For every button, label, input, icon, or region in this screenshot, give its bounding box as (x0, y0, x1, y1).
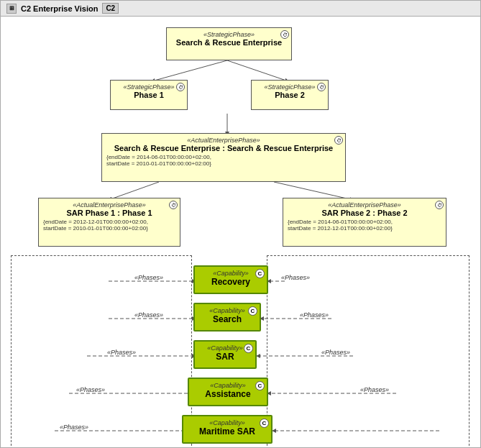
assistance-c-icon: C (255, 381, 265, 390)
sar-c-icon: C (244, 344, 253, 353)
phase1-title: Phase 1 (115, 91, 183, 99)
phase2-box[interactable]: ⏱ «StrategicPhase» Phase 2 (251, 80, 329, 110)
recovery-title: Recovery (201, 277, 261, 287)
sar-phase1-title: SAR Phase 1 : Phase 1 (43, 209, 175, 217)
maritime-sar-stereotype: «Capability» (189, 419, 265, 426)
assistance-box[interactable]: C «Capability» Assistance (188, 378, 268, 406)
recovery-stereotype: «Capability» (201, 270, 261, 277)
sar-phase2-stereotype: «ActualEnterprisePhase» (288, 201, 441, 209)
recovery-c-icon: C (255, 269, 265, 278)
search-stereotype: «Capability» (201, 307, 254, 314)
svg-line-1 (227, 60, 288, 81)
actual-enterprise-attrs: {endDate = 2014-06-01T00:00:00+02:00,sta… (106, 154, 341, 167)
phase1-box[interactable]: ⏱ «StrategicPhase» Phase 1 (110, 80, 188, 110)
sar-phase2-attrs: {endDate = 2014-06-01T00:00:00+02:00,sta… (288, 219, 441, 232)
actual-enterprise-stereotype: «ActualEnterprisePhase» (106, 137, 341, 144)
phases-label-5: «Phases» (107, 349, 136, 356)
diagram-area: ⏱ «StrategicPhase» Search & Rescue Enter… (1, 17, 480, 447)
maritime-sar-title: Maritime SAR (189, 426, 265, 436)
recovery-box[interactable]: C «Capability» Recovery (193, 265, 268, 294)
sar-phase1-attrs: {endDate = 2012-12-01T00:00:00+02:00,sta… (43, 219, 175, 232)
strategic-root-title: Search & Rescue Enterprise (171, 38, 287, 47)
timer-icon-sp1: ⏱ (169, 201, 178, 209)
phase2-stereotype: «StrategicPhase» (256, 83, 324, 91)
window-title: C2 Enterprise Vision (21, 4, 98, 13)
sar-phase2-title: SAR Phase 2 : Phase 2 (288, 209, 441, 217)
phases-label-4: «Phases» (300, 311, 329, 319)
svg-line-0 (152, 60, 227, 81)
phase2-title: Phase 2 (256, 91, 324, 99)
phases-label-3: «Phases» (134, 311, 163, 319)
phases-label-1: «Phases» (134, 274, 163, 281)
maritime-sar-c-icon: C (260, 419, 269, 428)
dashed-left (11, 255, 192, 447)
maritime-sar-box[interactable]: C «Capability» Maritime SAR (182, 415, 272, 444)
sar-phase1-stereotype: «ActualEnterprisePhase» (43, 201, 175, 209)
phases-label-6: «Phases» (321, 349, 350, 356)
timer-icon-ae: ⏱ (334, 136, 343, 145)
actual-enterprise-box[interactable]: ⏱ «ActualEnterprisePhase» Search & Rescu… (101, 133, 346, 182)
phases-label-7: «Phases» (76, 386, 105, 393)
window-badge: C2 (102, 3, 119, 14)
title-bar: ⊞ C2 Enterprise Vision C2 (1, 1, 480, 17)
sar-title: SAR (201, 352, 249, 362)
sar-phase2-box[interactable]: ⏱ «ActualEnterprisePhase» SAR Phase 2 : … (283, 198, 446, 247)
strategic-root-stereotype: «StrategicPhase» (171, 31, 287, 38)
main-window: ⊞ C2 Enterprise Vision C2 (0, 0, 481, 448)
sar-stereotype: «Capability» (201, 344, 249, 352)
search-box[interactable]: C «Capability» Search (193, 303, 261, 332)
search-c-icon: C (248, 306, 257, 316)
sar-box[interactable]: C «Capability» SAR (193, 340, 257, 369)
assistance-title: Assistance (195, 389, 261, 399)
phases-label-8: «Phases» (360, 386, 389, 393)
dashed-right (267, 255, 469, 447)
timer-icon-sp2: ⏱ (435, 201, 444, 209)
timer-icon-p1: ⏱ (176, 83, 185, 91)
phase1-stereotype: «StrategicPhase» (115, 83, 183, 91)
timer-icon-p2: ⏱ (317, 83, 326, 91)
phases-label-2: «Phases» (281, 274, 310, 281)
sar-phase1-box[interactable]: ⏱ «ActualEnterprisePhase» SAR Phase 1 : … (38, 198, 180, 247)
timer-icon-root: ⏱ (280, 30, 289, 39)
title-icon: ⊞ (6, 4, 17, 14)
search-title: Search (201, 314, 254, 324)
phases-label-9: «Phases» (60, 424, 88, 431)
strategic-root-box[interactable]: ⏱ «StrategicPhase» Search & Rescue Enter… (166, 27, 292, 60)
assistance-stereotype: «Capability» (195, 382, 261, 389)
actual-enterprise-title: Search & Rescue Enterprise : Search & Re… (106, 144, 341, 152)
